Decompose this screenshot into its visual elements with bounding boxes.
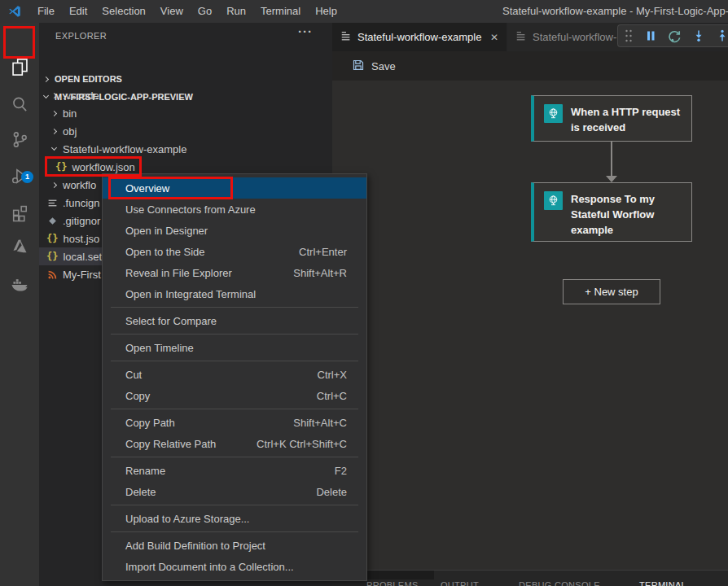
menu-go[interactable]: Go: [191, 0, 219, 23]
menu-item-copy-relative-path[interactable]: Copy Relative PathCtrl+K Ctrl+Shift+C: [103, 433, 366, 454]
title-bar: File Edit Selection View Go Run Terminal…: [0, 0, 728, 23]
panel-tab-debug-console[interactable]: DEBUG CONSOLE: [519, 580, 600, 586]
menu-bar: File Edit Selection View Go Run Terminal…: [30, 0, 344, 23]
menu-view[interactable]: View: [153, 0, 191, 23]
shortcut-label: Ctrl+Enter: [299, 246, 347, 258]
open-editors-section[interactable]: OPEN EDITORS: [39, 70, 332, 88]
menu-item-copy-path[interactable]: Copy PathShift+Alt+C: [103, 412, 366, 433]
trigger-card-http-request[interactable]: When a HTTP request is received: [531, 95, 692, 142]
connector-line: [611, 142, 612, 177]
http-request-icon: [544, 104, 563, 123]
workflow-designer-canvas: [332, 81, 728, 570]
debug-toolbar: [617, 24, 728, 47]
menu-item-open-timeline[interactable]: Open Timeline: [103, 337, 366, 358]
tab-label: Stateful-workflow-: [533, 31, 616, 43]
menu-item-overview[interactable]: Overview: [103, 177, 366, 199]
activity-bar: 1: [0, 23, 39, 586]
shortcut-label: Ctrl+K Ctrl+Shift+C: [257, 438, 347, 450]
menu-item-import-document[interactable]: Import Document into a Collection...: [103, 556, 366, 577]
tab-stateful-workflow-example[interactable]: Stateful-workflow-example ✕: [332, 23, 507, 51]
tab-stateful-workflow-example-2[interactable]: Stateful-workflow-: [507, 23, 629, 51]
shortcut-label: Ctrl+X: [318, 369, 347, 381]
open-editors-label: OPEN EDITORS: [55, 74, 122, 84]
menu-item-reveal-in-file-explorer[interactable]: Reveal in File ExplorerShift+Alt+R: [103, 262, 366, 283]
menu-selection[interactable]: Selection: [94, 0, 152, 23]
menu-edit[interactable]: Edit: [62, 0, 94, 23]
sidebar-title: EXPLORER: [55, 31, 107, 41]
tree-item-bin[interactable]: bin: [39, 104, 332, 122]
list-file-icon: [46, 198, 58, 208]
panel-tab-output[interactable]: OUTPUT: [441, 580, 479, 586]
http-response-icon: [544, 191, 563, 210]
list-icon: [515, 30, 527, 44]
bottom-panel: PROBLEMS OUTPUT DEBUG CONSOLE TERMINAL: [332, 570, 728, 586]
docker-icon[interactable]: [0, 267, 39, 300]
menu-terminal[interactable]: Terminal: [253, 0, 308, 23]
menu-item-select-for-compare[interactable]: Select for Compare: [103, 310, 366, 331]
gripper-icon[interactable]: [624, 27, 634, 45]
window-title: Stateful-workflow-example - My-First-Log…: [502, 0, 728, 23]
trigger-card-title: When a HTTP request is received: [571, 104, 683, 133]
menu-separator: [111, 457, 358, 457]
source-control-icon[interactable]: [0, 123, 39, 155]
step-into-icon[interactable]: [692, 29, 705, 42]
menu-item-open-in-designer[interactable]: Open in Designer: [103, 220, 366, 241]
designer-command-bar: Save: [332, 51, 728, 81]
menu-help[interactable]: Help: [308, 0, 344, 23]
run-and-debug-icon[interactable]: 1: [0, 160, 39, 192]
menu-item-add-build-definition[interactable]: Add Build Definition to Project: [103, 535, 366, 556]
json-file-icon: {}: [55, 161, 67, 173]
menu-separator: [111, 505, 358, 505]
step-out-icon[interactable]: [716, 29, 728, 42]
save-button[interactable]: Save: [352, 59, 396, 74]
restart-icon[interactable]: [668, 29, 682, 43]
shortcut-label: Delete: [316, 486, 347, 498]
menu-file[interactable]: File: [30, 0, 62, 23]
save-label: Save: [371, 60, 396, 72]
menu-item-rename[interactable]: RenameF2: [103, 460, 366, 481]
feed-file-icon: [46, 269, 58, 280]
list-icon: [340, 30, 352, 44]
chevron-right-icon: [51, 181, 57, 187]
menu-item-copy[interactable]: CopyCtrl+C: [103, 385, 366, 406]
new-step-button[interactable]: + New step: [563, 279, 660, 304]
more-actions-icon[interactable]: ···: [298, 24, 313, 38]
chevron-right-icon: [51, 92, 57, 98]
chevron-right-icon: [51, 110, 57, 116]
close-icon[interactable]: ✕: [490, 32, 498, 43]
search-icon[interactable]: [0, 88, 39, 120]
connector-arrow-icon: [606, 176, 617, 182]
menu-separator: [111, 307, 358, 308]
tree-item-stateful-workflow-example[interactable]: Stateful-workflow-example: [39, 140, 332, 158]
panel-tab-terminal[interactable]: TERMINAL: [639, 580, 686, 586]
context-menu: Overview Use Connectors from Azure Open …: [102, 173, 367, 581]
menu-item-upload-to-azure-storage[interactable]: Upload to Azure Storage...: [103, 508, 366, 529]
panel-tab-problems[interactable]: PROBLEMS: [366, 580, 419, 586]
tree-item-vscode[interactable]: .vscode: [39, 86, 332, 104]
menu-item-delete[interactable]: DeleteDelete: [103, 481, 366, 502]
json-file-icon: {}: [46, 251, 58, 262]
shortcut-label: Shift+Alt+R: [293, 267, 347, 279]
shortcut-label: F2: [335, 465, 347, 477]
explorer-icon[interactable]: [0, 50, 39, 83]
action-card-title: Response To my Stateful Worflow example: [571, 191, 683, 233]
debug-badge: 1: [21, 171, 33, 183]
action-card-response[interactable]: Response To my Stateful Worflow example: [531, 182, 692, 242]
shortcut-label: Ctrl+C: [317, 390, 347, 402]
azure-icon[interactable]: [0, 230, 39, 262]
menu-separator: [111, 531, 358, 532]
chevron-right-icon: [43, 76, 49, 81]
menu-separator: [111, 361, 358, 361]
extensions-icon[interactable]: [0, 196, 39, 229]
menu-item-cut[interactable]: CutCtrl+X: [103, 364, 366, 385]
tree-item-obj[interactable]: obj: [39, 122, 332, 140]
menu-item-open-in-integrated-terminal[interactable]: Open in Integrated Terminal: [103, 283, 366, 304]
shortcut-label: Shift+Alt+C: [293, 417, 347, 429]
menu-run[interactable]: Run: [219, 0, 253, 23]
pause-icon[interactable]: [644, 29, 657, 42]
diamond-file-icon: [46, 216, 58, 226]
chevron-down-icon: [51, 145, 57, 151]
menu-item-open-to-the-side[interactable]: Open to the SideCtrl+Enter: [103, 241, 366, 262]
menu-item-use-connectors-from-azure[interactable]: Use Connectors from Azure: [103, 199, 366, 220]
save-icon: [352, 59, 365, 74]
